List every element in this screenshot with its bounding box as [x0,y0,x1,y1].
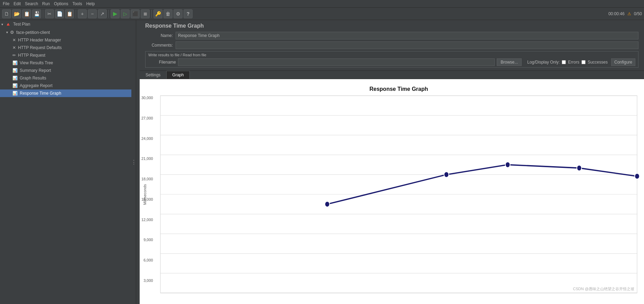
menu-tools[interactable]: Tools [72,1,82,6]
response-time-graph-icon: 📊 [12,91,18,96]
sidebar-item-graph-results[interactable]: 📊 Graph Results [0,74,134,82]
sidebar: ▾ 🔺 Test Plan ▾ ⚙ face-petition-client ✕… [0,20,135,304]
error-count: 0/50 [634,11,642,16]
y-label-18000: 18,000 [141,177,153,181]
menu-options[interactable]: Options [54,1,68,6]
name-input[interactable] [176,32,638,39]
expand-icon: ▾ [1,22,3,26]
sidebar-item-http-request[interactable]: ✏ HTTP Request [0,51,134,59]
svg-point-14 [577,165,582,171]
save-button[interactable]: 💾 [32,9,41,18]
sidebar-response-time-graph-label: Response Time Graph [20,91,61,96]
panel-header: Response Time Graph Name: Comments: Writ… [140,20,644,71]
sidebar-item-response-time-graph[interactable]: 📊 Response Time Graph [0,89,134,97]
sidebar-summary-report-label: Summary Report [20,68,51,73]
successes-label: Successes [588,60,608,65]
aggregate-report-icon: 📊 [12,83,18,88]
expand-icon-client: ▾ [6,30,8,34]
add-button[interactable]: + [78,9,87,18]
name-row: Name: [145,32,638,39]
log-display-section: Log/Display Only: Errors Successes Confi… [527,58,635,66]
paste-button[interactable]: 📋 [65,9,74,18]
chart-svg [160,96,637,293]
tabs-bar: Settings Graph [140,71,644,79]
sidebar-drag-handle[interactable]: ⋮ [131,20,136,304]
cut-button[interactable]: ✂ [45,9,54,18]
y-label-9000: 9,000 [143,238,153,242]
comments-label: Comments: [145,43,173,48]
run-selected-button[interactable]: ▷ [121,9,130,18]
new-button[interactable]: 🗋 [2,9,11,18]
y-label-27000: 27,000 [141,116,153,120]
y-label-12000: 12,000 [141,218,153,222]
chart-area: Milliseconds 30,000 27,000 24,000 21,000… [160,96,637,293]
toolbar-separator-2 [76,10,76,18]
toolbar-separator-3 [109,10,109,18]
sidebar-item-summary-report[interactable]: 📊 Summary Report [0,67,134,74]
configure-button[interactable]: Configure [611,58,635,66]
menu-run[interactable]: Run [42,1,50,6]
errors-label: Errors [568,60,579,65]
watermark: CSDN @愚味之山绝望之谷开悟之坡 [573,286,634,292]
graph-results-icon: 📊 [12,76,18,80]
y-label-6000: 6,000 [143,258,153,262]
successes-checkbox[interactable] [581,60,586,64]
sidebar-item-http-header[interactable]: ✕ HTTP Header Manager [0,36,134,44]
filename-input[interactable] [178,58,495,66]
comments-input[interactable] [176,41,638,49]
run-button[interactable]: ▶ [111,9,120,18]
http-defaults-icon: ✕ [12,45,16,50]
warning-icon: ⚠ [627,11,631,16]
summary-report-icon: 📊 [12,68,18,73]
menu-file[interactable]: File [3,1,9,6]
name-label: Name: [145,33,173,38]
errors-checkbox[interactable] [562,60,566,64]
browse-file-button[interactable]: Browse... [497,58,522,66]
sidebar-item-testplan[interactable]: ▾ 🔺 Test Plan [0,20,134,28]
http-request-icon: ✏ [12,53,16,58]
svg-point-15 [635,173,640,179]
client-icon: ⚙ [10,30,14,35]
help-button[interactable]: ? [184,9,193,18]
sidebar-item-http-defaults[interactable]: ✕ HTTP Request Defaults [0,44,134,51]
sidebar-http-request-label: HTTP Request [18,53,45,58]
toggle-button[interactable]: 🔑 [153,9,162,18]
stop-now-button[interactable]: ⏹ [141,9,150,18]
toolbar-right: 00:00:46 ⚠ 0/50 [608,11,642,16]
y-axis: 30,000 27,000 24,000 21,000 18,000 15,00… [141,96,153,283]
sidebar-item-view-results-tree[interactable]: 📊 View Results Tree [0,59,134,67]
remove-button[interactable]: − [88,9,97,18]
menubar: File Edit Search Run Options Tools Help [0,0,644,8]
sidebar-item-label: Test Plan [13,22,30,27]
svg-point-11 [325,201,330,207]
save-template-button[interactable]: 📋 [22,9,31,18]
sidebar-item-aggregate-report[interactable]: 📊 Aggregate Report [0,82,134,89]
clear-all-button[interactable]: 🗑 [164,9,172,18]
tab-graph[interactable]: Graph [166,71,189,79]
file-section: Write results to file / Read from file F… [145,51,638,68]
menu-help[interactable]: Help [86,1,95,6]
toolbar: 🗋 📂 📋 💾 ✂ 📄 📋 + − ↗ ▶ ▷ ⬛ ⏹ 🔑 🗑 ⚙ ? 00:0… [0,8,644,20]
stop-button[interactable]: ⬛ [131,9,140,18]
sidebar-view-results-label: View Results Tree [20,60,53,65]
open-button[interactable]: 📂 [12,9,21,18]
filename-label: Filename [148,60,176,65]
sidebar-aggregate-report-label: Aggregate Report [20,83,53,88]
testplan-icon: 🔺 [5,21,11,27]
file-section-title: Write results to file / Read from file [148,53,635,57]
function-button[interactable]: ⚙ [174,9,183,18]
chart-title: Response Time Graph [160,86,637,92]
main-layout: ▾ 🔺 Test Plan ▾ ⚙ face-petition-client ✕… [0,20,644,304]
tab-settings[interactable]: Settings [140,71,166,79]
sidebar-http-defaults-label: HTTP Request Defaults [18,45,62,50]
http-header-icon: ✕ [12,38,16,42]
svg-point-12 [444,172,449,178]
menu-edit[interactable]: Edit [13,1,21,6]
sidebar-http-header-label: HTTP Header Manager [18,38,61,42]
chart-container: Response Time Graph Milliseconds 30,000 … [140,79,644,304]
copy-button[interactable]: 📄 [55,9,64,18]
sidebar-item-client[interactable]: ▾ ⚙ face-petition-client [0,28,134,36]
menu-search[interactable]: Search [25,1,38,6]
y-label-15000: 15,000 [141,197,153,201]
browse-button[interactable]: ↗ [98,9,107,18]
